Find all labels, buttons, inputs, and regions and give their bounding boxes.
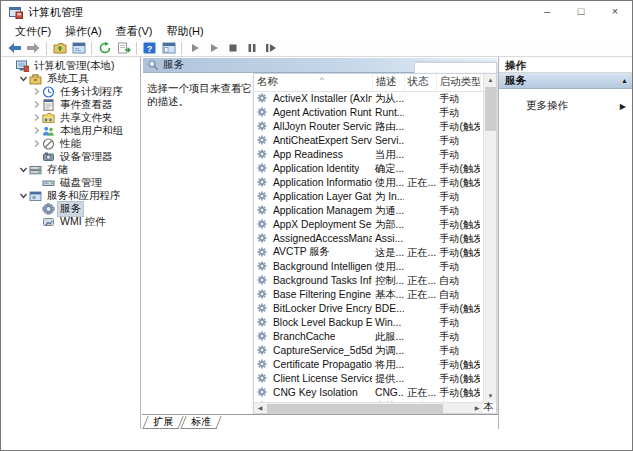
column-header-status[interactable]: 状态 [404, 74, 436, 91]
actions-section-header[interactable]: 服务 ▲ [499, 73, 633, 89]
column-header-name[interactable]: 名称^ [254, 74, 372, 91]
more-actions-item[interactable]: 更多操作 ▶ [499, 98, 633, 114]
service-row[interactable]: AVCTP 服务这是...正在...手动(触发...本 [254, 246, 497, 260]
column-header-startup-type[interactable]: 启动类型 [436, 74, 480, 91]
service-status [404, 372, 436, 386]
back-icon[interactable] [5, 40, 24, 56]
service-row[interactable]: Agent Activation Runtime...Runt...手动本 [254, 106, 497, 120]
service-startup-type: 手动 [436, 106, 480, 120]
service-status [404, 106, 436, 120]
service-startup-type: 手动 [436, 344, 480, 358]
service-row[interactable]: Certificate Propagation将用...手动(触发...本 [254, 358, 497, 372]
service-description: 路由... [372, 120, 404, 134]
collapsed-chevron-icon[interactable] [30, 112, 42, 124]
service-row[interactable]: Background Tasks Infras...控制...正在...自动本 [254, 274, 497, 288]
service-description: 此服... [372, 330, 404, 344]
expanded-chevron-icon[interactable] [17, 73, 29, 85]
show-hide-tree-icon[interactable] [159, 40, 178, 56]
vertical-scrollbar[interactable]: ▲ ▼ [483, 74, 496, 402]
service-name: Application Management [273, 205, 372, 216]
service-row[interactable]: Application Layer Gatewa...为 In...手动本 [254, 190, 497, 204]
scroll-right-icon[interactable]: ▶ [471, 403, 483, 414]
services-pane-title: 服务 [163, 58, 184, 72]
tree-item-计算机管理(本地)[interactable]: 计算机管理(本地) [1, 59, 140, 72]
tree-item-性能[interactable]: 性能 [1, 137, 140, 150]
show-console-tree-icon[interactable] [69, 40, 88, 56]
service-row[interactable]: Application Information使用...正在...手动(触发..… [254, 176, 497, 190]
close-button[interactable]: × [598, 1, 632, 23]
resume-service-icon[interactable] [204, 40, 223, 56]
restart-service-icon[interactable] [261, 40, 280, 56]
expanded-chevron-icon[interactable] [17, 164, 29, 176]
view-tab-扩展[interactable]: 扩展 [142, 416, 183, 429]
service-name-cell: Application Identity [254, 162, 372, 175]
menu-item[interactable]: 帮助(H) [159, 23, 210, 40]
help-icon[interactable]: ? [140, 40, 159, 56]
service-row[interactable]: Client License Service (Cli...提供...手动(触发… [254, 372, 497, 386]
minimize-button[interactable]: – [530, 1, 564, 23]
tree-item-本地用户和组[interactable]: 本地用户和组 [1, 124, 140, 137]
expanded-chevron-icon[interactable] [17, 190, 29, 202]
tree-item-任务计划程序[interactable]: 任务计划程序 [1, 85, 140, 98]
menu-item[interactable]: 操作(A) [58, 23, 109, 40]
service-row[interactable]: CNG Key IsolationCNG...正在...手动(触发...本 [254, 386, 497, 400]
service-row[interactable]: AntiCheatExpert ServiceServi...手动本 [254, 134, 497, 148]
up-one-level-icon[interactable] [50, 40, 69, 56]
view-tab-标准[interactable]: 标准 [180, 416, 221, 429]
tree-item-共享文件夹[interactable]: 共享文件夹 [1, 111, 140, 124]
refresh-icon[interactable] [95, 40, 114, 56]
tree-item-服务和应用程序[interactable]: 服务和应用程序 [1, 189, 140, 202]
service-row[interactable]: AppX Deployment Servic...为部...手动(触发...本 [254, 218, 497, 232]
toolbar: ? [1, 40, 632, 57]
scroll-left-icon[interactable]: ◀ [254, 403, 266, 414]
service-name: Application Layer Gatewa... [273, 191, 372, 202]
service-description: 确定... [372, 162, 404, 176]
horizontal-scroll-thumb[interactable] [267, 404, 443, 413]
tree-item-事件查看器[interactable]: 事件查看器 [1, 98, 140, 111]
service-name: AntiCheatExpert Service [273, 135, 372, 146]
start-service-icon[interactable] [185, 40, 204, 56]
menu-item[interactable]: 文件(F) [8, 23, 58, 40]
pause-service-icon[interactable] [242, 40, 261, 56]
service-row[interactable]: Application Management为通...手动本 [254, 204, 497, 218]
horizontal-scrollbar[interactable]: ◀ ▶ [254, 402, 483, 413]
maximize-button[interactable]: □ [564, 1, 598, 23]
export-list-icon[interactable] [114, 40, 133, 56]
service-row[interactable]: Application Identity确定...手动(触发...本 [254, 162, 497, 176]
service-row[interactable]: BranchCache此服...手动网 [254, 330, 497, 344]
tree-item-磁盘管理[interactable]: 磁盘管理 [1, 176, 140, 189]
service-name-cell: Base Filtering Engine [254, 288, 372, 301]
collapsed-chevron-icon[interactable] [30, 138, 42, 150]
service-row[interactable]: CaptureService_5d5d24a为调...手动本 [254, 344, 497, 358]
collapsed-chevron-icon[interactable] [30, 125, 42, 137]
tree-item-系统工具[interactable]: 系统工具 [1, 72, 140, 85]
vertical-scroll-thumb[interactable] [485, 87, 496, 131]
scroll-down-icon[interactable]: ▼ [484, 390, 497, 402]
service-row[interactable]: ActiveX Installer (AxInstSV)为从...手动本 [254, 91, 497, 106]
forward-icon[interactable] [24, 40, 43, 56]
collapsed-chevron-icon[interactable] [30, 86, 42, 98]
menu-item[interactable]: 查看(V) [109, 23, 160, 40]
service-row[interactable]: Base Filtering Engine基本...正在...自动本 [254, 288, 497, 302]
service-row[interactable]: App Readiness当用...手动本 [254, 148, 497, 162]
tree-item-设备管理器[interactable]: 设备管理器 [1, 150, 140, 163]
service-status [404, 302, 436, 316]
tree-item-WMI 控件[interactable]: WMI 控件 [1, 215, 140, 228]
collapse-section-icon[interactable]: ▲ [621, 77, 628, 84]
scroll-up-icon[interactable]: ▲ [484, 74, 497, 86]
stop-service-icon[interactable] [223, 40, 242, 56]
service-startup-type: 手动 [436, 330, 480, 344]
collapsed-chevron-icon[interactable] [30, 99, 42, 111]
service-startup-type: 手动 [436, 204, 480, 218]
service-row[interactable]: Background Intelligent T...使用...手动本 [254, 260, 497, 274]
service-row[interactable]: AllJoyn Router Service路由...手动(触发...本 [254, 120, 497, 134]
service-name-cell: CaptureService_5d5d24a [254, 344, 372, 357]
service-row[interactable]: BitLocker Drive Encryptio...BDE...手动(触发.… [254, 302, 497, 316]
service-startup-type: 手动 [436, 316, 480, 330]
tree-item-存储[interactable]: 存储 [1, 163, 140, 176]
service-row[interactable]: AssignedAccessManager...Assi...手动(触发...本 [254, 232, 497, 246]
service-name: AVCTP 服务 [273, 246, 330, 259]
service-row[interactable]: Block Level Backup Engi...Win...手动本 [254, 316, 497, 330]
column-header-description[interactable]: 描述 [372, 74, 404, 91]
tree-item-服务[interactable]: 服务 [1, 202, 140, 215]
